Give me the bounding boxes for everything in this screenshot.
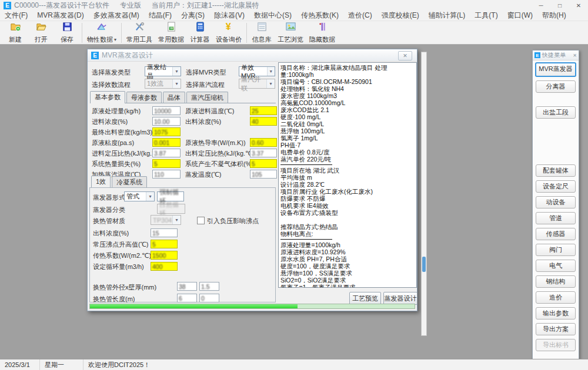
tube-material-select[interactable]: TP304▾ [151,215,181,225]
quick-menu-button-设备定尺[interactable]: 设备定尺 [536,180,576,193]
effect-tab-0[interactable]: 1效 [91,176,111,188]
tube-length2-input[interactable]: 0 [199,294,219,302]
quick-menu-button-造价[interactable]: 造价 [536,291,576,304]
menu-item-7[interactable]: 传热系数(K) [296,11,343,21]
field-input[interactable]: 5 [152,159,181,168]
field-row: 系统热量损失(%)5系统产生不凝气体积(%)5 [88,159,277,169]
vacuum-boiling-checkbox[interactable]: 引入负压影响沸点 [197,217,259,226]
quick-menu-button-管道[interactable]: 管道 [536,212,576,224]
field-input[interactable]: 1075 [152,127,181,136]
quick-menu-group: 出盐工段 [533,106,579,119]
menu-item-5[interactable]: 除沫器(V) [209,11,249,21]
field-input[interactable]: 1500 [151,251,178,260]
toolbar-calculator-button[interactable]: 计算器 [187,22,213,44]
menu-item-12[interactable]: 窗口(W) [503,11,537,21]
evap-type-label: 选择蒸发类型 [92,68,131,77]
toolbar-price-button[interactable]: ¥设备询价 [213,22,245,44]
quick-menu-button-传感器[interactable]: 传感器 [536,228,576,240]
field-input[interactable]: 10000 [152,106,181,115]
menu-item-6[interactable]: 数据中心(S) [249,11,296,21]
dialog-close-button[interactable]: ✕ [398,51,412,60]
field-input[interactable]: 3.37 [250,149,277,157]
field-input[interactable]: 5 [250,159,277,168]
info-line: 电费单价 0.8元/度 [280,149,415,156]
field-label: 最终出料密度(kg/m3) [92,128,152,137]
toolbar-process-view-button[interactable]: 工艺浏览 [275,22,306,44]
toolbar-common-data-button[interactable]: W常用数据 [155,22,187,44]
menu-item-1[interactable]: MVR蒸发器(D) [32,11,88,21]
workspace-scrollbar[interactable] [421,52,427,336]
toolbar-tools-button[interactable]: 常用工具 [123,22,155,44]
quick-menu-button-输出参数[interactable]: 输出参数 [536,307,576,319]
quick-menu-button-电气[interactable]: 电气 [536,260,576,272]
toolbar-separator [82,23,82,43]
toolbar-save-floppy-button[interactable]: 保存 [54,22,80,44]
toolbar-new-file-button[interactable]: 新建 [2,22,28,44]
tube-od-input[interactable]: 38 [177,282,197,291]
tube-length-input[interactable]: 6 [177,294,197,302]
quick-menu-button-导出方案[interactable]: 导出方案 [536,323,576,335]
param-tab-2[interactable]: 晶体 [163,92,185,103]
field-input[interactable]: 3.87 [152,149,181,157]
quick-menu-button-动设备[interactable]: 动设备 [536,196,576,208]
menu-item-10[interactable]: 辅助计算(L) [424,11,470,21]
toolbar-info-lib-button[interactable]: 信息库 [249,22,275,44]
progress-bar [89,304,415,309]
close-button[interactable]: ✕ [569,0,588,11]
field-input[interactable]: 25 [250,106,277,115]
menu-item-8[interactable]: 造价(C) [343,11,377,21]
evaporator-class-select[interactable]: 自然循环 [157,204,185,214]
menu-item-0[interactable]: 文件(F) [0,11,32,21]
menu-item-13[interactable]: 帮助(H) [537,11,571,21]
toolbar-hide-data-button[interactable]: 隐藏数据 [306,22,338,44]
quick-menu-button-分离器[interactable]: 分离器 [536,80,576,93]
menu-item-2[interactable]: 多效蒸发器(M) [89,11,144,21]
quick-menu-button-钢结构[interactable]: 钢结构 [536,275,576,288]
field-input[interactable]: 400 [151,262,178,271]
minimize-button[interactable]: ─ [532,0,550,11]
maximize-button[interactable]: □ [550,0,569,11]
param-tab-3[interactable]: 蒸汽压缩机 [186,92,228,103]
toolbar-separator [246,23,247,43]
quick-menu-group: 配套罐体设备定尺动设备管道传感器阀门电气钢结构造价输出参数导出方案导出标书 [533,164,579,351]
field-input[interactable]: 0.001 [152,138,181,147]
info-line: 二氧化硅 0mg/L [280,120,415,127]
evaporator-class-label: 蒸发器分类 [93,206,125,214]
menu-item-9[interactable]: 强度校核(E) [377,11,424,21]
param-tab-0[interactable]: 基本参数 [90,91,125,103]
quick-menu-button-出盐工段[interactable]: 出盐工段 [536,106,576,119]
quick-menu-button-阀门[interactable]: 阀门 [536,244,576,256]
tube-od-label: 换热管外径x壁厚(mm) [93,283,156,292]
process-preview-button[interactable]: 工艺预览 [349,292,381,305]
quick-menu-button-MVR蒸发器[interactable]: MVR蒸发器 [535,62,576,77]
info-line: 硬度·100 mg/L [280,113,415,120]
menu-item-4[interactable]: 分离(S) [176,11,209,21]
edition-label: 专业版 [120,1,141,11]
effect-tab-1[interactable]: 冷凝系统 [112,176,147,187]
evap-type-select[interactable]: 蒸发结晶▾ [145,66,181,76]
field-input[interactable]: 15 [151,228,178,237]
evaporator-design-button[interactable]: 蒸发器设计 [383,292,417,305]
quick-menu-icon: E [534,52,540,58]
scrollbar-thumb[interactable] [422,257,426,272]
menu-item-3[interactable]: 结晶(F) [144,11,176,21]
quick-menu-close-button[interactable]: ✕ [573,53,577,58]
field-input[interactable]: 0.60 [250,138,277,147]
tube-thickness-input[interactable]: 1.5 [199,282,219,291]
info-line: 氯离子=1，氯离子满足要求 [280,284,415,288]
param-tab-1[interactable]: 母液参数 [126,92,162,103]
quick-menu-button-导出标书[interactable]: 导出标书 [536,339,576,351]
steam-flow-select[interactable]: 蒸汽并联▾ [239,79,275,89]
evaporator-form-select[interactable]: 管式▾ [124,191,155,201]
info-line: 项目编号：CBI.OCRM-M-250901 [280,78,415,85]
menu-item-11[interactable]: 工具(T) [470,11,502,21]
field-input[interactable]: 5 [151,240,178,248]
toolbar-material-data-button[interactable]: 物性数据▾ [84,22,119,44]
field-input[interactable]: 10.00 [152,117,181,126]
quick-menu-button-配套罐体[interactable]: 配套罐体 [536,164,576,177]
effect-flow-select[interactable]: 1效流▾ [145,79,181,89]
field-input[interactable]: 40 [250,117,277,126]
field-label: 原液进料温度(℃) [185,107,234,116]
toolbar-open-folder-button[interactable]: 打开 [28,22,54,44]
checkbox-icon[interactable] [197,217,205,224]
